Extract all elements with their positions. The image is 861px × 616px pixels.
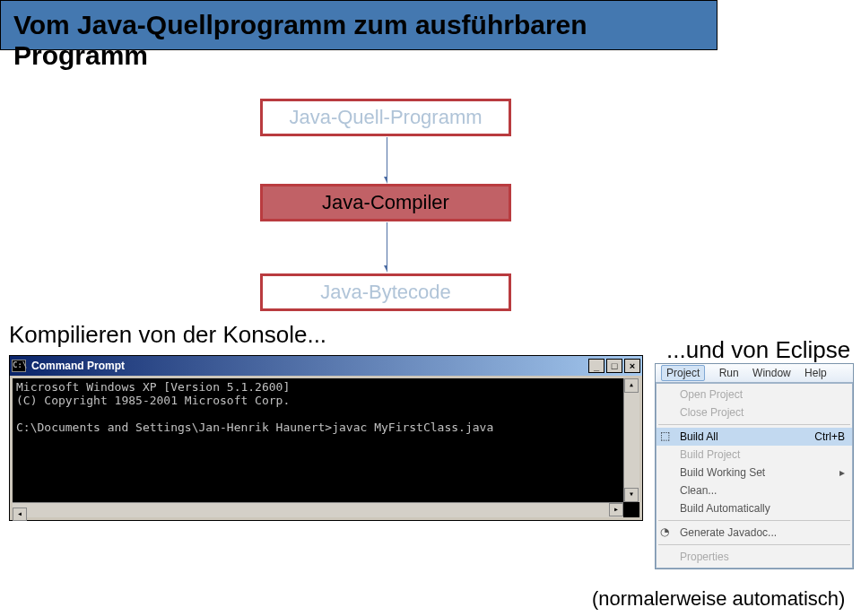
arrow-icon: [384, 137, 387, 184]
menu-close-project[interactable]: Close Project: [657, 403, 852, 421]
scroll-left-icon[interactable]: ◂: [13, 508, 27, 521]
menu-separator: [658, 424, 850, 425]
cmd-titlebar[interactable]: C:\ Command Prompt _ □ ×: [10, 356, 642, 376]
cmd-line: Microsoft Windows XP [Version 5.1.2600]: [16, 380, 290, 394]
menu-build-all[interactable]: ⬚ Build All Ctrl+B: [657, 428, 852, 446]
close-button[interactable]: ×: [624, 359, 640, 373]
cmd-line: (C) Copyright 1985-2001 Microsoft Corp.: [16, 394, 290, 407]
arrow-icon: [384, 222, 387, 273]
footnote: (normalerweise automatisch): [592, 587, 845, 611]
shortcut-label: Ctrl+B: [814, 430, 845, 443]
eclipse-dropdown: Open Project Close Project ⬚ Build All C…: [656, 383, 853, 568]
eclipse-menubar[interactable]: Project Run Window Help: [656, 364, 853, 383]
cmd-icon: C:\: [12, 360, 26, 372]
flow-box-bytecode: Java-Bytecode: [260, 273, 511, 311]
caption-console: Kompilieren von der Konsole...: [9, 321, 326, 349]
cmd-title: Command Prompt: [31, 360, 588, 372]
menu-clean[interactable]: Clean...: [657, 482, 852, 499]
horizontal-scrollbar[interactable]: ◂ ▸: [13, 502, 623, 517]
flow-box-source: Java-Quell-Programm: [260, 99, 511, 136]
menu-build-project[interactable]: Build Project: [657, 446, 852, 464]
caption-eclipse: ...und von Eclipse: [666, 336, 850, 364]
menu-properties[interactable]: Properties: [657, 548, 852, 566]
eclipse-menu: Project Run Window Help Open Project Clo…: [655, 363, 854, 569]
menu-help[interactable]: Help: [804, 367, 827, 379]
menu-project[interactable]: Project: [661, 365, 705, 381]
menu-build-automatically[interactable]: Build Automatically: [657, 499, 852, 517]
menu-separator: [658, 544, 850, 545]
menu-open-project[interactable]: Open Project: [657, 386, 852, 403]
page-title: Vom Java-Quellprogramm zum ausführbaren …: [0, 0, 718, 50]
menu-separator: [658, 520, 850, 521]
vertical-scrollbar[interactable]: ▴ ▾: [623, 378, 639, 502]
scroll-up-icon[interactable]: ▴: [624, 378, 639, 393]
svg-marker-1: [384, 177, 387, 184]
cmd-line: C:\Documents and Settings\Jan-Henrik Hau…: [16, 421, 493, 434]
submenu-arrow-icon: ▸: [839, 466, 845, 479]
minimize-button[interactable]: _: [588, 359, 604, 373]
menu-run[interactable]: Run: [719, 367, 739, 379]
scroll-down-icon[interactable]: ▾: [624, 488, 639, 502]
flow-box-compiler: Java-Compiler: [260, 184, 511, 221]
svg-marker-3: [384, 265, 387, 273]
menu-build-working-set[interactable]: Build Working Set ▸: [657, 464, 852, 482]
scroll-right-icon[interactable]: ▸: [609, 503, 623, 516]
javadoc-icon: ◔: [660, 525, 674, 540]
cmd-body[interactable]: Microsoft Windows XP [Version 5.1.2600] …: [13, 378, 639, 517]
build-icon: ⬚: [660, 429, 674, 444]
maximize-button[interactable]: □: [606, 359, 622, 373]
menu-generate-javadoc[interactable]: ◔ Generate Javadoc...: [657, 524, 852, 542]
command-prompt-window: C:\ Command Prompt _ □ × Microsoft Windo…: [9, 355, 643, 521]
menu-window[interactable]: Window: [752, 367, 791, 379]
